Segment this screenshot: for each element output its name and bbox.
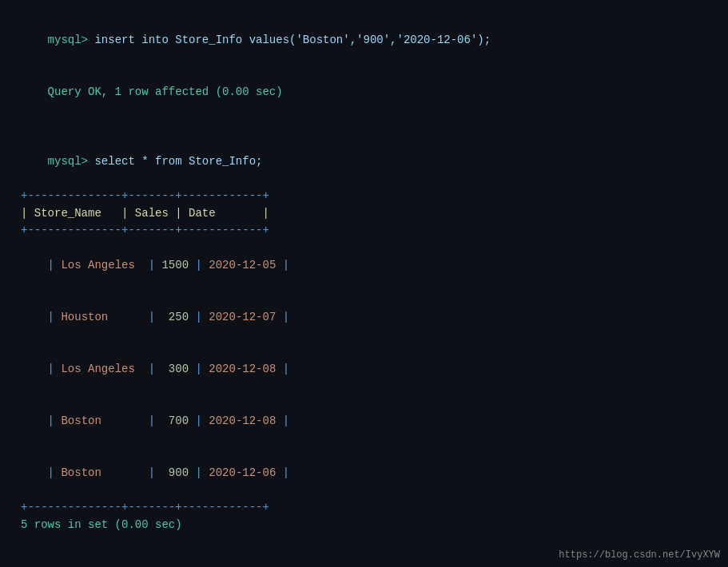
table-row-3: | Los Angeles | 300 | 2020-12-08 | xyxy=(21,343,707,395)
insert-sql: insert into Store_Info values('Boston','… xyxy=(94,34,491,46)
table-border-1: +--------------+-------+------------+ xyxy=(21,188,707,205)
prompt: mysql> xyxy=(48,34,95,46)
blank1 xyxy=(21,118,707,136)
row-count-1: 5 rows in set (0.00 sec) xyxy=(21,517,707,534)
table-row-4: | Boston | 700 | 2020-12-08 | xyxy=(21,395,707,447)
insert-command: mysql> insert into Store_Info values('Bo… xyxy=(21,14,707,66)
table-row-5: | Boston | 900 | 2020-12-06 | xyxy=(21,447,707,499)
table-row-2: | Houston | 250 | 2020-12-07 | xyxy=(21,291,707,343)
table-border-2: +--------------+-------+------------+ xyxy=(21,222,707,240)
query-ok: Query OK, 1 row affected (0.00 sec) xyxy=(21,66,707,118)
table-row-1: | Los Angeles | 1500 | 2020-12-05 | xyxy=(21,240,707,291)
table-border-3: +--------------+-------+------------+ xyxy=(21,499,707,517)
prompt2: mysql> xyxy=(48,155,95,168)
select-all-command: mysql> select * from Store_Info; xyxy=(21,136,707,188)
table-header-1: | Store_Name | Sales | Date | xyxy=(21,205,707,223)
ok-text: Query OK, 1 row affected (0.00 sec) xyxy=(48,85,283,98)
terminal: mysql> insert into Store_Info values('Bo… xyxy=(11,8,717,567)
watermark: https://blog.csdn.net/IvyXYW xyxy=(559,549,720,561)
select-all-sql: select * from Store_Info; xyxy=(94,155,262,168)
